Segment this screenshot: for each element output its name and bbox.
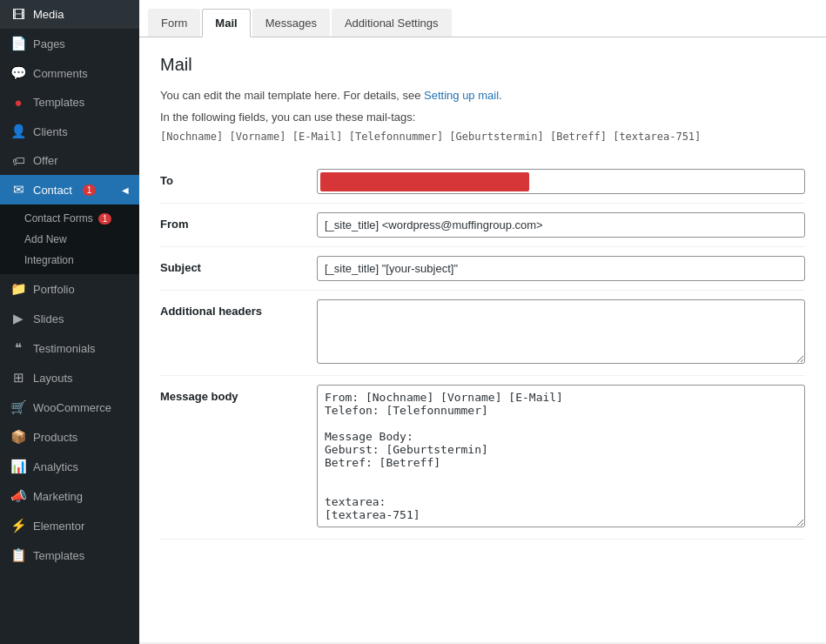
templates-top-icon: ●	[10, 95, 26, 110]
portfolio-icon: 📁	[10, 281, 26, 297]
sidebar-item-label: Comments	[33, 67, 88, 80]
mail-form-table: To From Subje	[160, 160, 805, 540]
contact-forms-badge: 1	[98, 213, 112, 225]
sidebar-item-label: Slides	[33, 312, 64, 325]
contact-arrow: ◀	[122, 185, 129, 195]
sidebar-item-label: WooCommerce	[33, 401, 111, 414]
sidebar-item-products[interactable]: 📦 Products	[0, 422, 139, 452]
sidebar-item-media[interactable]: 🎞 Media	[0, 0, 139, 29]
to-label: To	[160, 160, 317, 204]
sidebar-item-label: Testimonials	[33, 342, 96, 355]
sidebar-item-label: Templates	[33, 549, 84, 562]
analytics-icon: 📊	[10, 459, 26, 474]
sidebar-item-label: Elementor	[33, 520, 84, 533]
templates-bottom-icon: 📋	[10, 547, 26, 563]
contact-forms-label: Contact Forms	[24, 212, 93, 225]
sidebar-item-clients[interactable]: 👤 Clients	[0, 117, 139, 146]
sidebar-item-label: Media	[33, 8, 64, 21]
mail-tags: [Nochname] [Vorname] [E-Mail] [Telefonnu…	[160, 131, 805, 143]
sidebar-item-comments[interactable]: 💬 Comments	[0, 58, 139, 88]
integration-label: Integration	[24, 254, 74, 266]
products-icon: 📦	[10, 429, 26, 445]
sidebar-item-label: Analytics	[33, 460, 78, 473]
additional-headers-textarea[interactable]	[317, 299, 805, 364]
message-body-row: Message body From: [Nochname] [Vorname] …	[160, 375, 805, 539]
sidebar-item-add-new[interactable]: Add New	[0, 229, 139, 250]
sidebar-item-label: Products	[33, 431, 77, 444]
sidebar-item-testimonials[interactable]: ❝ Testimonials	[0, 333, 139, 363]
subject-row: Subject	[160, 246, 805, 290]
page-title: Mail	[160, 55, 805, 75]
elementor-icon: ⚡	[10, 518, 26, 533]
additional-headers-cell	[317, 290, 805, 375]
marketing-icon: 📣	[10, 488, 26, 504]
sidebar-item-label: Pages	[33, 37, 65, 50]
sidebar-item-offer[interactable]: 🏷 Offer	[0, 146, 139, 175]
tab-additional-settings[interactable]: Additional Settings	[332, 9, 452, 37]
tab-messages[interactable]: Messages	[252, 9, 330, 37]
from-row: From	[160, 203, 805, 246]
sidebar-item-label: Templates	[33, 96, 84, 109]
tabs-bar: Form Mail Messages Additional Settings	[139, 0, 826, 37]
subject-label: Subject	[160, 246, 317, 290]
message-body-cell: From: [Nochname] [Vorname] [E-Mail] Tele…	[317, 375, 805, 539]
clients-icon: 👤	[10, 124, 26, 139]
sidebar-item-slides[interactable]: ▶ Slides	[0, 304, 139, 333]
desc-text1: You can edit the mail template here. For…	[160, 89, 420, 102]
sidebar-item-integration[interactable]: Integration	[0, 250, 139, 271]
to-cell	[317, 160, 805, 204]
sidebar-item-templates-top[interactable]: ● Templates	[0, 88, 139, 117]
sidebar-item-label: Offer	[33, 154, 58, 167]
woocommerce-icon: 🛒	[10, 399, 26, 415]
pages-icon: 📄	[10, 36, 26, 51]
message-body-textarea[interactable]: From: [Nochname] [Vorname] [E-Mail] Tele…	[317, 385, 805, 527]
from-label: From	[160, 203, 317, 246]
sidebar-item-analytics[interactable]: 📊 Analytics	[0, 452, 139, 481]
tab-mail[interactable]: Mail	[202, 9, 250, 37]
sidebar-item-woocommerce[interactable]: 🛒 WooCommerce	[0, 392, 139, 422]
offer-icon: 🏷	[10, 153, 26, 168]
from-cell	[317, 203, 805, 246]
comments-icon: 💬	[10, 65, 26, 81]
message-body-label: Message body	[160, 375, 317, 539]
to-row: To	[160, 160, 805, 204]
contact-badge: 1	[83, 184, 97, 196]
setting-up-mail-link[interactable]: Setting up mail	[424, 89, 499, 102]
mail-content-area: Mail You can edit the mail template here…	[139, 37, 826, 642]
sidebar-item-pages[interactable]: 📄 Pages	[0, 29, 139, 58]
to-input[interactable]	[317, 169, 805, 194]
sidebar-item-label: Clients	[33, 125, 68, 138]
layouts-icon: ⊞	[10, 370, 26, 386]
subject-input[interactable]	[317, 256, 805, 281]
sidebar-item-label: Layouts	[33, 372, 73, 385]
sidebar: 🎞 Media 📄 Pages 💬 Comments ● Templates 👤…	[0, 0, 139, 644]
additional-headers-label: Additional headers	[160, 290, 317, 375]
subject-cell	[317, 246, 805, 290]
sidebar-item-portfolio[interactable]: 📁 Portfolio	[0, 274, 139, 304]
slides-icon: ▶	[10, 311, 26, 326]
sidebar-item-elementor[interactable]: ⚡ Elementor	[0, 511, 139, 540]
additional-headers-row: Additional headers	[160, 290, 805, 375]
from-input[interactable]	[317, 212, 805, 238]
contact-icon: ✉	[10, 182, 26, 198]
main-content: Form Mail Messages Additional Settings M…	[139, 0, 826, 644]
tab-form[interactable]: Form	[148, 9, 200, 37]
testimonials-icon: ❝	[10, 340, 26, 356]
desc-period: .	[499, 89, 502, 102]
sidebar-item-label: Portfolio	[33, 283, 75, 296]
description-line2: In the following fields, you can use the…	[160, 109, 805, 127]
sidebar-item-templates-bottom[interactable]: 📋 Templates	[0, 540, 139, 570]
sidebar-item-label: Marketing	[33, 490, 83, 503]
sidebar-item-marketing[interactable]: 📣 Marketing	[0, 481, 139, 511]
sidebar-item-label: Contact	[33, 184, 72, 197]
media-icon: 🎞	[10, 7, 26, 22]
sidebar-item-layouts[interactable]: ⊞ Layouts	[0, 363, 139, 392]
sidebar-item-contact-forms[interactable]: Contact Forms 1	[0, 208, 139, 229]
description-line1: You can edit the mail template here. For…	[160, 87, 805, 105]
sidebar-item-contact[interactable]: ✉ Contact 1 ◀	[0, 175, 139, 205]
add-new-label: Add New	[24, 233, 67, 245]
to-input-wrapper	[317, 169, 805, 194]
contact-submenu: Contact Forms 1 Add New Integration	[0, 205, 139, 274]
